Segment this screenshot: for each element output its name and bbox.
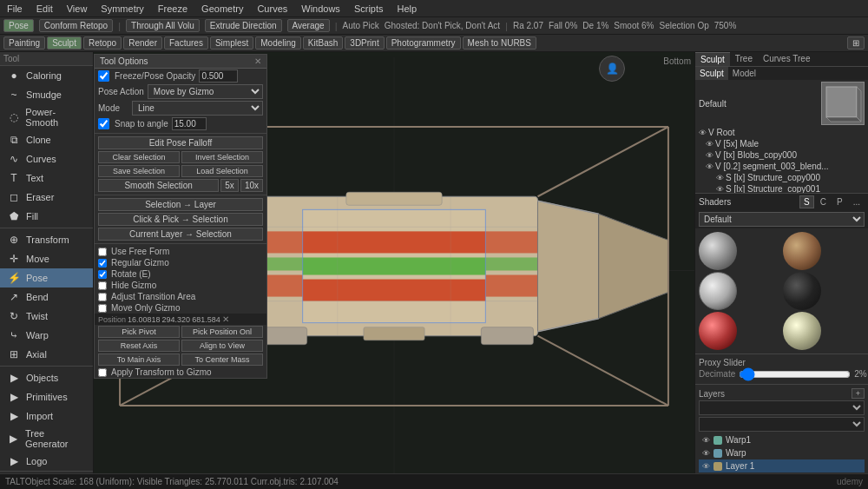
tree-item-struct1[interactable]: 👁 S [lx] Structure_copy001 (695, 183, 868, 193)
left-tool-pose[interactable]: ⚡ Pose (0, 268, 93, 287)
eye-icon-blobs[interactable]: 👁 (706, 151, 713, 160)
menu-curves[interactable]: Curves (253, 3, 291, 14)
rotate-e-cb[interactable] (98, 270, 107, 279)
menu-help[interactable]: Help (394, 3, 421, 14)
edit-pose-falloff-btn[interactable]: Edit Pose Falloff (98, 136, 263, 149)
shader-ball-white[interactable] (699, 232, 737, 270)
tree-item-root[interactable]: 👁 V Root (695, 127, 868, 138)
shader-ball-red[interactable] (699, 312, 737, 350)
save-selection-btn[interactable]: Save Selection (98, 165, 180, 177)
tree-item-struct0[interactable]: 👁 S [lx] Structure_copy000 (695, 172, 868, 183)
left-tool-power-smooth[interactable]: ◌ Power-Smooth (0, 104, 93, 130)
shader-ball-metal[interactable] (699, 272, 737, 310)
smooth-selection-btn[interactable]: Smooth Selection (98, 179, 219, 192)
menu-file[interactable]: File (3, 3, 26, 14)
left-tool-bend[interactable]: ↗ Bend (0, 287, 93, 307)
section-logo[interactable]: ▶ Logo (0, 452, 93, 471)
shader-ball-dark[interactable] (783, 272, 821, 310)
eye-icon-struct0[interactable]: 👁 (716, 174, 724, 182)
tab-render[interactable]: Render (123, 36, 162, 50)
tab-painting[interactable]: Painting (3, 36, 45, 50)
left-tool-eraser[interactable]: ◻ Eraser (0, 188, 93, 207)
adjust-transition-cb[interactable] (98, 293, 107, 301)
menu-symmetry[interactable]: Symmetry (97, 3, 148, 14)
tool-options-close[interactable]: ✕ (254, 56, 261, 66)
align-view-btn[interactable]: Align to View (181, 340, 263, 352)
eye-icon-layer1[interactable]: 👁 (702, 462, 710, 471)
maximize-btn[interactable]: ⊞ (847, 36, 865, 50)
menu-geometry[interactable]: Geometry (198, 3, 247, 14)
pose-btn[interactable]: Pose (3, 19, 34, 32)
tab-sculpt[interactable]: Sculpt (47, 36, 82, 50)
shader-ball-ceramic[interactable] (783, 232, 821, 270)
tab-modeling[interactable]: Modeling (255, 36, 301, 50)
left-tool-fill[interactable]: ⬟ Fill (0, 207, 93, 226)
extrude-direction-btn[interactable]: Extrude Direction (205, 19, 282, 32)
to-center-mass-btn[interactable]: To Center Mass (181, 354, 263, 366)
eye-icon-root[interactable]: 👁 (699, 129, 707, 137)
tab-factures[interactable]: Factures (164, 36, 208, 50)
left-tool-smudge[interactable]: ~ Smudge (0, 85, 93, 104)
tree-item-male[interactable]: 👁 V [5x] Male (695, 138, 868, 149)
menu-scripts[interactable]: Scripts (351, 3, 387, 14)
tree-item-blobs[interactable]: 👁 V [tx] Blobs_copy000 (695, 149, 868, 161)
conform-retopo-btn[interactable]: Conform Retopo (39, 19, 113, 32)
tab-tree[interactable]: Tree (730, 52, 758, 66)
eye-icon-struct1[interactable]: 👁 (716, 185, 724, 194)
layer-1[interactable]: 👁 Layer 1 (699, 459, 865, 472)
menu-view[interactable]: View (63, 3, 91, 14)
smooth-5x-btn[interactable]: 5x (220, 179, 239, 192)
clear-selection-btn[interactable]: Clear Selection (98, 151, 180, 163)
opacity-input[interactable] (199, 69, 238, 83)
mode-select[interactable]: Line (132, 101, 263, 116)
move-only-gizmo-cb[interactable] (98, 304, 107, 313)
invert-selection-btn[interactable]: Invert Selection (181, 151, 263, 163)
shader-tab-s[interactable]: S (799, 195, 814, 208)
left-tool-curves[interactable]: ∿ Curves (0, 149, 93, 169)
layer-warp[interactable]: 👁 Warp (699, 446, 865, 459)
pick-pivot-btn[interactable]: Pick Pivot (98, 326, 180, 338)
camera-icon[interactable]: 👤 (606, 63, 619, 75)
pose-action-select[interactable]: Move by Gizmo (148, 84, 263, 99)
smooth-10x-btn[interactable]: 10x (240, 179, 263, 192)
shader-tab-p[interactable]: P (832, 195, 847, 208)
menu-edit[interactable]: Edit (33, 3, 56, 14)
tab-mesh-nurbs[interactable]: Mesh to NURBS (463, 36, 536, 50)
tab-sculpt-mode[interactable]: Sculpt (695, 67, 728, 80)
through-all-btn[interactable]: Through All Volu (126, 19, 200, 32)
regular-gizmo-cb[interactable] (98, 259, 107, 268)
shader-default-select[interactable]: Default (699, 212, 865, 227)
snap-checkbox[interactable] (98, 118, 109, 129)
pos-close[interactable]: ✕ (222, 314, 229, 324)
tab-retopo[interactable]: Retopo (83, 36, 122, 50)
apply-transform-cb[interactable] (98, 368, 107, 377)
tab-3dprint[interactable]: 3DPrint (345, 36, 384, 50)
sel-to-layer-btn[interactable]: Selection → Layer (98, 198, 263, 211)
layer-warp1[interactable]: 👁 Warp1 (699, 433, 865, 446)
shader-ball-gold[interactable] (783, 312, 821, 350)
left-tool-move[interactable]: ✛ Move (0, 249, 93, 268)
add-layer-btn[interactable]: + (852, 388, 865, 399)
left-tool-clone[interactable]: ⧉ Clone (0, 130, 93, 149)
freeze-pose-checkbox[interactable] (98, 70, 109, 82)
tab-model-mode[interactable]: Model (728, 67, 760, 80)
snap-input[interactable] (172, 117, 207, 130)
tab-curves-tree[interactable]: Curves Tree (758, 52, 815, 66)
section-primitives[interactable]: ▶ Primitives (0, 387, 93, 406)
eye-icon-male[interactable]: 👁 (706, 140, 713, 149)
section-tree-generator[interactable]: ▶ Tree Generator (0, 426, 93, 452)
pick-position-btn[interactable]: Pick Position Onl (181, 326, 263, 338)
left-tool-text[interactable]: T Text (0, 169, 93, 188)
left-tool-axial[interactable]: ⊞ Axial (0, 345, 93, 364)
eye-icon-warp1[interactable]: 👁 (702, 436, 710, 445)
section-import[interactable]: ▶ Import (0, 406, 93, 426)
tab-kitbash[interactable]: KitBash (303, 36, 343, 50)
current-layer-sel-btn[interactable]: Current Layer → Selection (98, 228, 263, 241)
depth-select[interactable]: Add Depth (699, 417, 865, 432)
shader-tab-c[interactable]: C (816, 195, 831, 208)
left-tool-caloring[interactable]: ● Caloring (0, 66, 93, 85)
proxy-slider[interactable] (739, 371, 851, 378)
click-pick-sel-btn[interactable]: Click & Pick → Selection (98, 213, 263, 226)
menu-freeze[interactable]: Freeze (155, 3, 191, 14)
eye-icon-segment[interactable]: 👁 (706, 162, 713, 171)
